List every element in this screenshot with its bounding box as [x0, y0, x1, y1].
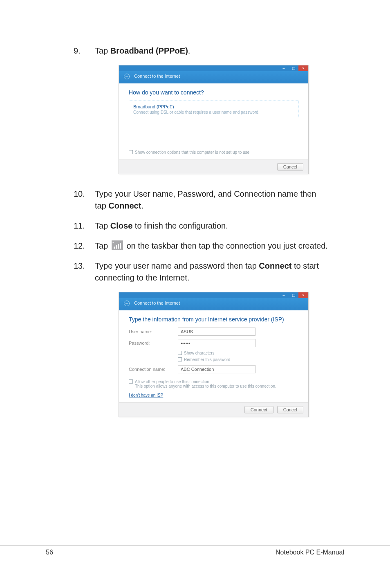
minimize-icon[interactable]: –: [279, 292, 289, 298]
show-characters-row[interactable]: Show characters: [129, 350, 298, 355]
close-icon[interactable]: ×: [298, 65, 308, 71]
broadband-option[interactable]: Broadband (PPPoE) Connect using DSL or c…: [129, 101, 298, 118]
screenshot-connect-method: –▢× ← Connect to the Internet How do you…: [119, 65, 309, 174]
step-number: 10.: [74, 188, 95, 212]
username-field[interactable]: ASUS: [178, 328, 256, 336]
step-11: 11. Tap Close to finish the configuratio…: [74, 220, 329, 232]
allow-others-row[interactable]: Allow other people to use this connectio…: [129, 379, 298, 388]
remember-password-label: Remember this password: [184, 357, 230, 362]
window-title: Connect to the Internet: [134, 74, 180, 79]
checkbox-icon[interactable]: [129, 379, 133, 384]
password-label: Password:: [129, 341, 178, 346]
step-9: 9. Tap Broadband (PPPoE).: [74, 45, 329, 57]
step-13: 13. Type your user name and password the…: [74, 260, 329, 284]
step-text: Tap Broadband (PPPoE).: [95, 45, 329, 57]
window-titlebar: –▢× ← Connect to the Internet: [119, 292, 308, 310]
step-text: Type your user name and password then ta…: [95, 260, 329, 284]
no-isp-link[interactable]: I don't have an ISP: [129, 393, 163, 397]
dialog-footer: Connect Cancel: [119, 402, 308, 417]
checkbox-icon[interactable]: [178, 357, 182, 361]
checkbox-icon[interactable]: [178, 351, 182, 355]
dialog-heading: Type the information from your Internet …: [129, 316, 298, 323]
show-characters-label: Show characters: [184, 351, 214, 355]
dialog-footer: Cancel: [119, 159, 308, 174]
password-field[interactable]: ••••••: [178, 339, 256, 347]
step-10: 10. Type your User name, Password, and C…: [74, 188, 329, 212]
remember-password-row[interactable]: Remember this password: [129, 357, 298, 362]
window-titlebar: –▢× ← Connect to the Internet: [119, 65, 308, 83]
maximize-icon[interactable]: ▢: [289, 292, 298, 298]
network-taskbar-icon[interactable]: *: [112, 240, 123, 250]
allow-others-sub: This option allows anyone with access to…: [135, 384, 298, 388]
username-label: User name:: [129, 329, 178, 334]
step-text: Type your User name, Password, and Conne…: [95, 188, 329, 212]
connection-name-label: Connection name:: [129, 367, 178, 372]
step-12: 12. Tap * on the taskbar then tap the co…: [74, 240, 329, 252]
connection-name-row: Connection name: ABC Connection: [129, 365, 298, 373]
cancel-button[interactable]: Cancel: [277, 406, 303, 413]
step-number: 13.: [74, 260, 95, 284]
screenshot-isp-form: –▢× ← Connect to the Internet Type the i…: [119, 292, 309, 417]
option-title: Broadband (PPPoE): [133, 104, 294, 109]
maximize-icon[interactable]: ▢: [289, 65, 298, 71]
dialog-heading: How do you want to connect?: [129, 89, 298, 96]
username-row: User name: ASUS: [129, 328, 298, 336]
password-row: Password: ••••••: [129, 339, 298, 347]
close-icon[interactable]: ×: [298, 292, 308, 298]
footer-label: Notebook PC E-Manual: [276, 549, 344, 556]
back-icon[interactable]: ←: [124, 301, 130, 306]
show-options-checkbox-row[interactable]: Show connection options that this comput…: [129, 150, 298, 155]
back-icon[interactable]: ←: [124, 74, 130, 79]
minimize-icon[interactable]: –: [279, 65, 289, 71]
step-number: 11.: [74, 220, 95, 232]
step-text: Tap * on the taskbar then tap the connec…: [95, 240, 329, 252]
step-number: 9.: [74, 45, 95, 57]
option-subtitle: Connect using DSL or cable that requires…: [133, 110, 294, 114]
connection-name-field[interactable]: ABC Connection: [178, 365, 256, 373]
checkbox-icon[interactable]: [129, 150, 133, 154]
checkbox-label: Show connection options that this comput…: [135, 150, 249, 155]
cancel-button[interactable]: Cancel: [277, 163, 303, 171]
window-title: Connect to the Internet: [134, 301, 180, 305]
step-text: Tap Close to finish the configuration.: [95, 220, 329, 232]
step-number: 12.: [74, 240, 95, 252]
connect-button[interactable]: Connect: [244, 406, 273, 413]
page-footer: 56 Notebook PC E-Manual: [0, 545, 390, 556]
page-number: 56: [46, 549, 53, 556]
allow-others-label: Allow other people to use this connectio…: [135, 379, 209, 384]
